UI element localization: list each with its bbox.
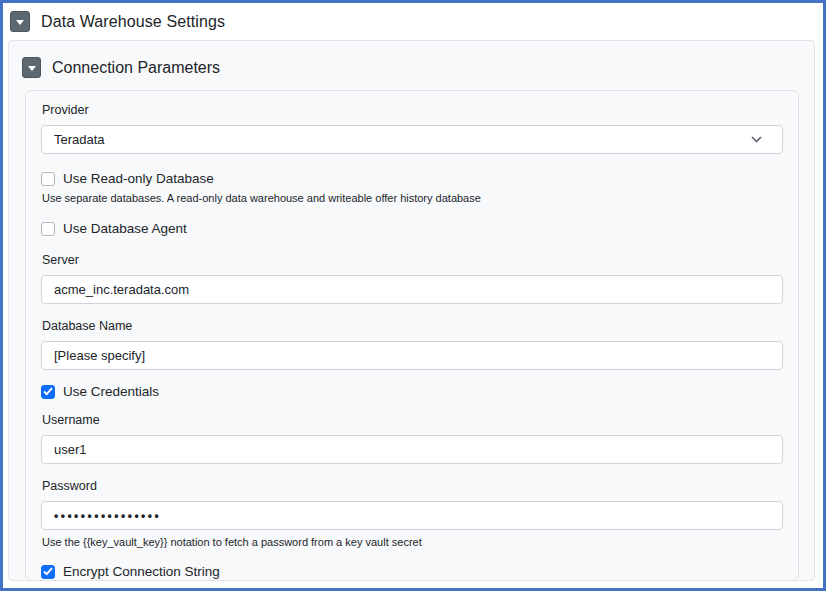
use-credentials-label: Use Credentials [63, 384, 159, 399]
encrypt-connection-string-row: Encrypt Connection String [41, 564, 783, 579]
chevron-down-icon [28, 66, 36, 71]
database-agent-row: Use Database Agent [41, 221, 783, 236]
password-field: Password [41, 479, 783, 530]
password-input[interactable] [41, 501, 783, 530]
use-credentials-checkbox[interactable] [41, 385, 55, 399]
server-label: Server [42, 253, 783, 268]
read-only-database-row: Use Read-only Database [41, 171, 783, 186]
collapse-toggle-button[interactable] [10, 11, 30, 32]
chevron-down-icon [16, 20, 24, 25]
page-title: Data Warehouse Settings [41, 13, 225, 31]
chevron-down-icon [751, 136, 762, 143]
database-name-field: Database Name [41, 319, 783, 370]
server-input[interactable] [41, 275, 783, 304]
database-name-label: Database Name [42, 319, 783, 334]
read-only-database-help: Use separate databases. A read-only data… [42, 192, 783, 205]
database-agent-checkbox[interactable] [41, 222, 55, 236]
use-credentials-row: Use Credentials [41, 384, 783, 399]
username-field: Username [41, 413, 783, 464]
password-help: Use the {{key_vault_key}} notation to fe… [42, 536, 783, 549]
database-name-input[interactable] [41, 341, 783, 370]
provider-select[interactable]: Teradata [41, 125, 783, 154]
provider-field: Provider Teradata [41, 103, 783, 154]
encrypt-connection-string-label: Encrypt Connection String [63, 564, 220, 579]
check-icon [43, 387, 53, 396]
read-only-database-checkbox[interactable] [41, 172, 55, 186]
connection-form: Provider Teradata Use Read-only Database… [25, 90, 799, 581]
read-only-database-label: Use Read-only Database [63, 171, 214, 186]
username-label: Username [42, 413, 783, 428]
section-title: Connection Parameters [52, 59, 220, 77]
password-label: Password [42, 479, 783, 494]
database-agent-label: Use Database Agent [63, 221, 187, 236]
encrypt-connection-string-checkbox[interactable] [41, 565, 55, 579]
section-header: Connection Parameters [9, 41, 814, 78]
provider-label: Provider [42, 103, 783, 118]
collapse-toggle-button[interactable] [22, 57, 41, 78]
username-input[interactable] [41, 435, 783, 464]
server-field: Server [41, 253, 783, 304]
page-header: Data Warehouse Settings [3, 3, 823, 38]
provider-selected-value: Teradata [54, 132, 105, 147]
connection-parameters-panel: Connection Parameters Provider Teradata … [8, 40, 815, 581]
check-icon [43, 567, 53, 576]
